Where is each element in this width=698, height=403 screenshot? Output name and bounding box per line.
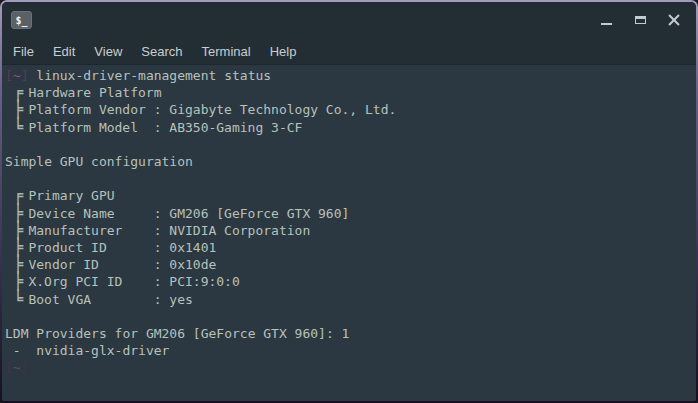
titlebar[interactable]: $_	[2, 2, 696, 38]
terminal-line: ╞ X.Org PCI ID : PCI:9:0:0	[5, 273, 696, 290]
terminal-line: Simple GPU configuration	[5, 153, 696, 170]
terminal-line: ╞ Device Name : GM206 [GeForce GTX 960]	[5, 205, 696, 222]
terminal-window: $_ FileEditViewSearchTerminalHelp [~] li…	[0, 0, 698, 403]
terminal-line: LDM Providers for GM206 [GeForce GTX 960…	[5, 325, 696, 342]
terminal-line: ╘ Boot VGA : yes	[5, 291, 696, 308]
terminal-line: - nvidia-glx-driver	[5, 342, 696, 359]
menu-item-terminal[interactable]: Terminal	[200, 42, 253, 61]
terminal-line: ╞ Vendor ID : 0x10de	[5, 256, 696, 273]
window-controls	[596, 10, 684, 30]
terminal-line: ╒ Primary GPU	[5, 187, 696, 204]
menu-bar: FileEditViewSearchTerminalHelp	[2, 38, 696, 65]
menu-item-help[interactable]: Help	[268, 42, 299, 61]
close-icon	[667, 13, 681, 27]
terminal-line	[5, 308, 696, 325]
maximize-button[interactable]	[630, 10, 650, 30]
window-body: $_ FileEditViewSearchTerminalHelp [~] li…	[2, 2, 696, 401]
menu-item-edit[interactable]: Edit	[51, 42, 77, 61]
terminal-line	[5, 136, 696, 153]
menu-item-search[interactable]: Search	[139, 42, 184, 61]
terminal-line: [~] linux-driver-management status	[5, 67, 696, 84]
terminal-line: ╘ Platform Model : AB350-Gaming 3-CF	[5, 119, 696, 136]
terminal-app-icon: $_	[11, 11, 32, 29]
maximize-icon	[635, 16, 646, 24]
terminal-line	[5, 170, 696, 187]
terminal-output[interactable]: [~] linux-driver-management status ╒ Har…	[2, 65, 696, 401]
menu-item-view[interactable]: View	[92, 42, 124, 61]
terminal-line: ╞ Platform Vendor : Gigabyte Technology …	[5, 101, 696, 118]
terminal-line: ╒ Hardware Platform	[5, 84, 696, 101]
terminal-line: ╞ Product ID : 0x1401	[5, 239, 696, 256]
terminal-line: ╞ Manufacturer : NVIDIA Corporation	[5, 222, 696, 239]
minimize-icon	[601, 23, 612, 25]
terminal-line: [~]	[5, 359, 696, 376]
minimize-button[interactable]	[596, 10, 616, 30]
close-button[interactable]	[664, 10, 684, 30]
menu-item-file[interactable]: File	[11, 42, 36, 61]
